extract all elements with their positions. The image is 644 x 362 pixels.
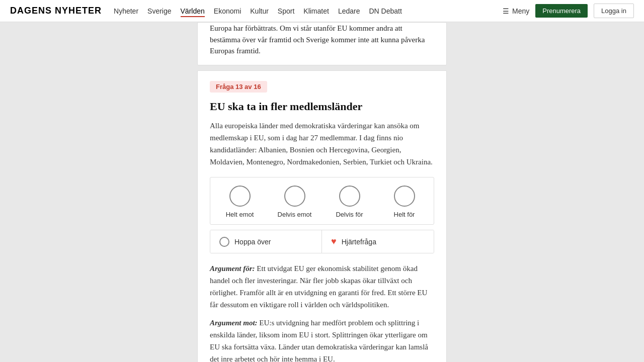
option-helt-emot-label: Helt emot bbox=[226, 211, 254, 218]
heart-label: Hjärtefråga bbox=[342, 238, 376, 246]
nav-links: Nyheter Sverige Världen Ekonomi Kultur S… bbox=[114, 7, 503, 16]
argument-for-label: Argument för: bbox=[210, 264, 255, 273]
hamburger-icon: ☰ bbox=[503, 7, 509, 15]
option-helt-for-label: Helt för bbox=[394, 211, 415, 218]
heart-option[interactable]: ♥ Hjärtefråga bbox=[322, 230, 434, 253]
fraga-13-badge: Fråga 13 av 16 bbox=[210, 81, 267, 93]
menu-label: Meny bbox=[512, 7, 529, 15]
page-content: Europa har förbättrats. Om vi står utanf… bbox=[96, 22, 548, 362]
logga-in-button[interactable]: Logga in bbox=[594, 4, 634, 18]
nav-sverige[interactable]: Sverige bbox=[147, 7, 171, 15]
menu-button[interactable]: ☰ Meny bbox=[503, 7, 529, 15]
option-helt-for[interactable]: Helt för bbox=[379, 186, 430, 218]
argument-for: Argument för: Ett utvidgat EU ger ekonom… bbox=[210, 262, 434, 311]
arguments-section: Argument för: Ett utvidgat EU ger ekonom… bbox=[210, 262, 434, 362]
site-logo[interactable]: DAGENS NYHETER bbox=[10, 6, 102, 16]
option-delvis-emot[interactable]: Delvis emot bbox=[269, 186, 320, 218]
option-delvis-for-label: Delvis för bbox=[336, 211, 363, 218]
argument-mot-label: Argument mot: bbox=[210, 319, 258, 327]
radio-helt-for[interactable] bbox=[394, 186, 415, 207]
option-helt-emot[interactable]: Helt emot bbox=[214, 186, 265, 218]
question-13-title: EU ska ta in fler medlemsländer bbox=[210, 100, 434, 114]
top-card: Europa har förbättrats. Om vi står utanf… bbox=[197, 22, 447, 65]
argument-mot: Argument mot: EU:s utvidgning har medför… bbox=[210, 317, 434, 362]
options-bottom: Hoppa över ♥ Hjärtefråga bbox=[210, 230, 434, 253]
skip-circle-icon bbox=[219, 237, 229, 247]
option-delvis-for[interactable]: Delvis för bbox=[324, 186, 375, 218]
nav-kultur[interactable]: Kultur bbox=[250, 7, 269, 15]
top-card-text: Europa har förbättrats. Om vi står utanf… bbox=[210, 23, 434, 57]
options-grid: Helt emot Delvis emot Delvis för Helt fö… bbox=[210, 177, 434, 225]
heart-icon: ♥ bbox=[331, 236, 337, 247]
option-delvis-emot-label: Delvis emot bbox=[278, 211, 312, 218]
radio-delvis-emot[interactable] bbox=[284, 186, 305, 207]
nav-varlden[interactable]: Världen bbox=[181, 7, 205, 17]
skip-option[interactable]: Hoppa över bbox=[210, 230, 322, 253]
question-13-description: Alla europeiska länder med demokratiska … bbox=[210, 120, 434, 168]
question-13-card: Fråga 13 av 16 EU ska ta in fler medlems… bbox=[197, 70, 447, 363]
radio-helt-emot[interactable] bbox=[229, 186, 251, 207]
navbar: DAGENS NYHETER Nyheter Sverige Världen E… bbox=[0, 0, 644, 22]
nav-nyheter[interactable]: Nyheter bbox=[114, 7, 138, 15]
prenumerera-button[interactable]: Prenumerera bbox=[535, 4, 588, 18]
radio-delvis-for[interactable] bbox=[339, 186, 360, 207]
skip-label: Hoppa över bbox=[234, 238, 271, 246]
nav-ekonomi[interactable]: Ekonomi bbox=[214, 7, 241, 15]
nav-right: ☰ Meny Prenumerera Logga in bbox=[503, 4, 634, 18]
nav-dn-debatt[interactable]: DN Debatt bbox=[369, 7, 401, 15]
nav-ledare[interactable]: Ledare bbox=[338, 7, 360, 15]
nav-klimatet[interactable]: Klimatet bbox=[303, 7, 329, 15]
nav-sport[interactable]: Sport bbox=[278, 7, 294, 15]
